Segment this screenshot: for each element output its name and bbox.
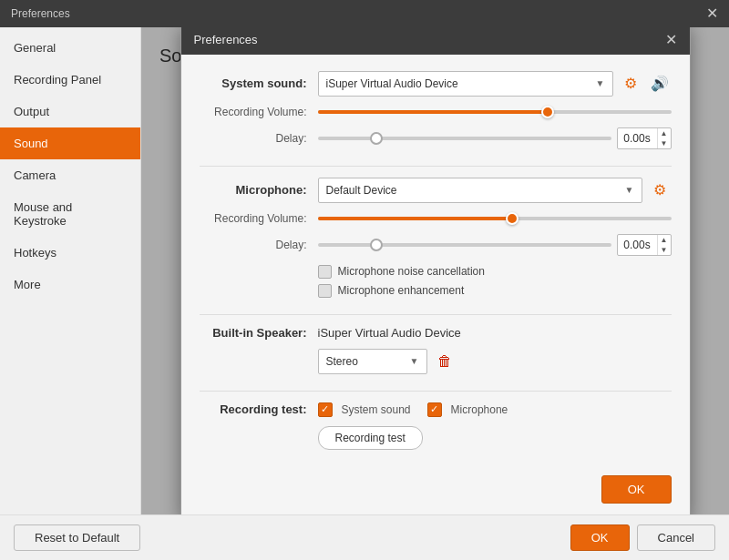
sidebar-item-more[interactable]: More (0, 269, 140, 300)
mic-delay-value: 0.00s (618, 239, 657, 251)
cancel-button[interactable]: Cancel (637, 524, 715, 551)
system-sound-select-wrapper: iSuper Virtual Audio Device ▼ ⚙ 🔊 (318, 71, 672, 97)
recording-test-button[interactable]: Recording test (318, 426, 423, 450)
sidebar-item-mouse-keystroke[interactable]: Mouse and Keystroke (0, 191, 140, 237)
recording-test-btn-row: Recording test (200, 426, 672, 450)
system-sound-row: System sound: iSuper Virtual Audio Devic… (200, 71, 672, 97)
system-volume-thumb[interactable] (541, 106, 554, 118)
mic-volume-label: Recording Volume: (200, 212, 318, 225)
system-delay-label: Delay: (200, 132, 318, 145)
microphone-section: Microphone: Default Device ▼ ⚙ (200, 178, 672, 298)
dialog-close-button[interactable]: ✕ (665, 33, 677, 47)
mic-delay-down[interactable]: ▼ (658, 245, 671, 255)
sidebar-item-hotkeys[interactable]: Hotkeys (0, 237, 140, 269)
stereo-chevron-icon: ▼ (410, 356, 419, 366)
app-title: Preferences (11, 7, 70, 20)
bottom-bar: Reset to Default OK Cancel (0, 514, 729, 560)
mic-delay-spinners: ▲ ▼ (657, 235, 671, 255)
system-volume-row: Recording Volume: (200, 106, 672, 118)
main-content: General Recording Panel Output Sound Cam… (0, 27, 729, 514)
builtin-speaker-row: Built-in Speaker: iSuper Virtual Audio D… (200, 326, 672, 340)
mic-volume-thumb[interactable] (506, 212, 519, 225)
mic-delay-input[interactable]: 0.00s ▲ ▼ (617, 234, 672, 256)
sound-panel: Sound Preferences ✕ Sys (141, 27, 729, 514)
microphone-check-label: Microphone (451, 403, 508, 416)
divider-3 (200, 391, 672, 392)
recording-test-label: Recording test: (200, 402, 318, 416)
mic-volume-row: Recording Volume: (200, 212, 672, 225)
microphone-row: Microphone: Default Device ▼ ⚙ (200, 178, 672, 203)
microphone-select[interactable]: Default Device ▼ (318, 178, 642, 203)
mic-chevron-icon: ▼ (625, 185, 634, 195)
system-sound-select[interactable]: iSuper Virtual Audio Device ▼ (318, 71, 613, 97)
system-volume-slider[interactable] (318, 110, 672, 114)
system-sound-speaker-icon[interactable]: 🔊 (648, 72, 672, 96)
mic-delay-label: Delay: (200, 239, 318, 251)
sidebar-item-sound[interactable]: Sound (0, 127, 140, 159)
microphone-value: Default Device (326, 184, 397, 197)
divider-1 (200, 166, 672, 167)
system-delay-row: Delay: 0.00s ▲ (200, 127, 672, 149)
system-delay-up[interactable]: ▲ (658, 128, 671, 138)
builtin-speaker-value: iSuper Virtual Audio Device (318, 326, 461, 340)
mic-volume-fill (318, 217, 512, 220)
sidebar-item-general[interactable]: General (0, 32, 140, 64)
system-volume-fill (318, 110, 548, 114)
microphone-settings-icon[interactable]: ⚙ (648, 178, 672, 202)
system-delay-value: 0.00s (618, 132, 657, 145)
mic-delay-track (318, 243, 611, 247)
system-sound-check[interactable]: ✓ (318, 402, 333, 417)
system-volume-label: Recording Volume: (200, 106, 318, 118)
sidebar-item-output[interactable]: Output (0, 96, 140, 127)
system-delay-track (318, 137, 611, 140)
dialog-footer: OK (181, 466, 690, 515)
microphone-label: Microphone: (200, 183, 318, 197)
mic-delay-thumb[interactable] (370, 239, 383, 251)
dialog-body: System sound: iSuper Virtual Audio Devic… (181, 55, 690, 466)
enhancement-checkbox[interactable] (318, 284, 332, 298)
system-volume-track (318, 110, 672, 114)
stereo-value: Stereo (326, 355, 358, 368)
reset-default-button[interactable]: Reset to Default (14, 524, 140, 551)
noise-cancel-checkbox[interactable] (318, 265, 332, 279)
stereo-row: Stereo ▼ 🗑 (200, 349, 672, 374)
system-delay-container: 0.00s ▲ ▼ (318, 127, 672, 149)
divider-2 (200, 314, 672, 315)
builtin-speaker-label: Built-in Speaker: (200, 326, 318, 340)
main-close-button[interactable]: ✕ (706, 6, 718, 21)
mic-volume-track (318, 217, 672, 220)
system-sound-check-label: System sound (342, 403, 411, 416)
microphone-select-wrapper: Default Device ▼ ⚙ (318, 178, 672, 203)
sidebar-item-recording-panel[interactable]: Recording Panel (0, 64, 140, 96)
system-delay-thumb[interactable] (370, 132, 383, 145)
noise-cancel-row: Microphone noise cancellation (200, 265, 672, 279)
system-delay-input[interactable]: 0.00s ▲ ▼ (617, 127, 672, 149)
dialog-title: Preferences (194, 33, 258, 46)
system-delay-down[interactable]: ▼ (658, 138, 671, 148)
mic-delay-up[interactable]: ▲ (658, 235, 671, 245)
main-window: Preferences ✕ General Recording Panel Ou… (0, 0, 729, 560)
enhancement-row: Microphone enhancement (200, 284, 672, 298)
mic-delay-row: Delay: 0.00s ▲ (200, 234, 672, 256)
recording-test-options: ✓ System sound ✓ Microphone (318, 402, 508, 417)
noise-cancel-label: Microphone noise cancellation (338, 265, 485, 278)
dialog-title-bar: Preferences ✕ (181, 27, 690, 55)
system-sound-settings-icon[interactable]: ⚙ (619, 72, 642, 96)
microphone-check[interactable]: ✓ (427, 402, 442, 417)
system-delay-spinners: ▲ ▼ (657, 128, 671, 148)
ok-button[interactable]: OK (570, 524, 630, 551)
recording-test-row: Recording test: ✓ System sound ✓ Microph… (200, 402, 672, 417)
mic-volume-slider[interactable] (318, 217, 672, 220)
modal-overlay: Preferences ✕ System sound: (141, 27, 729, 514)
dialog-ok-button[interactable]: OK (601, 475, 672, 504)
mic-delay-container: 0.00s ▲ ▼ (318, 234, 672, 256)
preferences-dialog: Preferences ✕ System sound: (180, 27, 691, 514)
chevron-down-icon: ▼ (596, 78, 605, 88)
sidebar: General Recording Panel Output Sound Cam… (0, 27, 141, 514)
sidebar-item-camera[interactable]: Camera (0, 159, 140, 191)
stereo-select[interactable]: Stereo ▼ (318, 349, 427, 374)
system-sound-value: iSuper Virtual Audio Device (326, 77, 458, 90)
title-bar: Preferences ✕ (0, 0, 729, 27)
system-sound-label: System sound: (200, 76, 318, 90)
delete-speaker-icon[interactable]: 🗑 (433, 350, 457, 373)
